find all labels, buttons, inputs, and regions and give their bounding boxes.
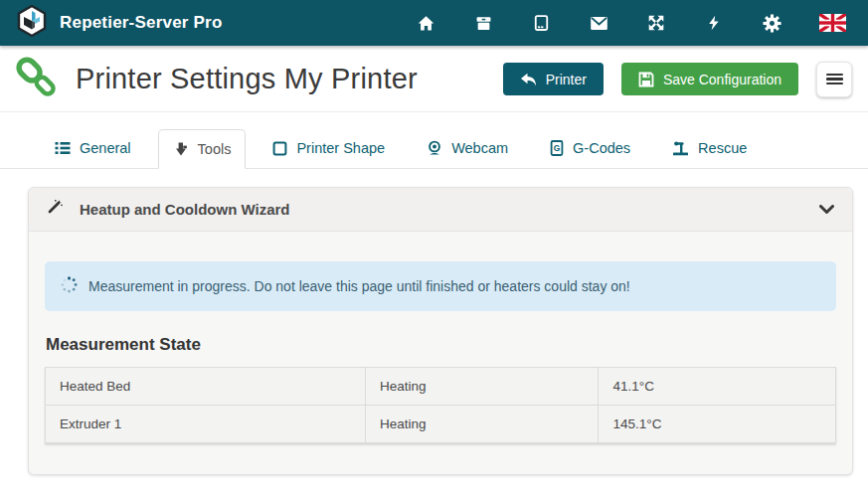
heater-name-cell: Heated Bed bbox=[46, 368, 366, 406]
app-logo-icon[interactable] bbox=[16, 5, 48, 41]
chain-link-icon bbox=[14, 55, 60, 104]
panel-title: Heatup and Cooldown Wizard bbox=[80, 201, 290, 218]
navbar-menu bbox=[416, 14, 852, 32]
app-title: Repetier-Server Pro bbox=[60, 13, 222, 33]
language-flag-uk-icon[interactable] bbox=[819, 14, 846, 32]
quick-commands-icon[interactable] bbox=[704, 14, 724, 32]
table-row: Extruder 1 Heating 145.1°C bbox=[46, 406, 836, 443]
save-floppy-icon bbox=[638, 72, 654, 87]
panel-body: Measurement in progress. Do not leave th… bbox=[29, 232, 852, 443]
tab-gcodes-label: G-Codes bbox=[573, 140, 630, 156]
tab-tools[interactable]: Tools bbox=[158, 129, 247, 169]
tab-printer-shape-label: Printer Shape bbox=[296, 140, 385, 156]
svg-text:G: G bbox=[554, 143, 561, 153]
page-title: Printer Settings My Printer bbox=[76, 63, 418, 95]
settings-tabs: General Tools Printer Shape Webcam G G-C… bbox=[0, 112, 868, 169]
home-icon[interactable] bbox=[416, 14, 435, 32]
magic-wand-icon bbox=[45, 199, 63, 221]
top-navbar: Repetier-Server Pro bbox=[0, 0, 868, 46]
printer-queue-icon[interactable] bbox=[473, 14, 493, 32]
measurement-state-table: Heated Bed Heating 41.1°C Extruder 1 Hea… bbox=[45, 367, 836, 443]
measurement-progress-alert: Measurement in progress. Do not leave th… bbox=[45, 261, 836, 311]
tab-general-label: General bbox=[80, 140, 131, 156]
knowledge-base-icon[interactable] bbox=[531, 14, 551, 32]
reply-arrow-icon bbox=[520, 73, 537, 86]
heater-temp-cell: 41.1°C bbox=[599, 368, 836, 406]
table-row: Heated Bed Heating 41.1°C bbox=[46, 368, 836, 406]
heater-temp-cell: 145.1°C bbox=[599, 406, 836, 443]
tab-rescue-label: Rescue bbox=[698, 140, 747, 156]
spinner-icon bbox=[61, 276, 78, 296]
tab-tools-label: Tools bbox=[198, 141, 232, 157]
tab-rescue[interactable]: Rescue bbox=[657, 128, 762, 168]
page-header: Printer Settings My Printer Printer Save… bbox=[0, 46, 868, 112]
tab-printer-shape[interactable]: Printer Shape bbox=[258, 128, 400, 168]
header-actions: Printer Save Configuration bbox=[503, 62, 852, 97]
heater-status-cell: Heating bbox=[365, 368, 599, 406]
panel-header[interactable]: Heatup and Cooldown Wizard bbox=[29, 188, 852, 232]
measurement-state-heading: Measurement State bbox=[46, 335, 836, 355]
fullscreen-icon[interactable] bbox=[646, 14, 666, 32]
tab-webcam[interactable]: Webcam bbox=[412, 128, 523, 168]
heater-status-cell: Heating bbox=[365, 406, 599, 443]
heatup-cooldown-panel: Heatup and Cooldown Wizard Me bbox=[28, 187, 853, 475]
tab-gcodes[interactable]: G G-Codes bbox=[535, 128, 645, 168]
alert-message: Measurement in progress. Do not leave th… bbox=[88, 278, 630, 294]
chevron-down-icon[interactable] bbox=[819, 201, 834, 219]
menu-button[interactable] bbox=[816, 62, 852, 97]
global-settings-gear-icon[interactable] bbox=[762, 14, 781, 32]
printer-back-button[interactable]: Printer bbox=[503, 63, 604, 95]
hamburger-icon bbox=[826, 74, 843, 85]
tab-general[interactable]: General bbox=[40, 128, 146, 168]
heater-name-cell: Extruder 1 bbox=[46, 406, 366, 443]
save-configuration-button-label: Save Configuration bbox=[663, 72, 781, 87]
printer-back-button-label: Printer bbox=[546, 72, 587, 87]
save-configuration-button[interactable]: Save Configuration bbox=[621, 63, 798, 95]
tab-webcam-label: Webcam bbox=[451, 140, 508, 156]
messages-icon[interactable] bbox=[589, 14, 608, 32]
